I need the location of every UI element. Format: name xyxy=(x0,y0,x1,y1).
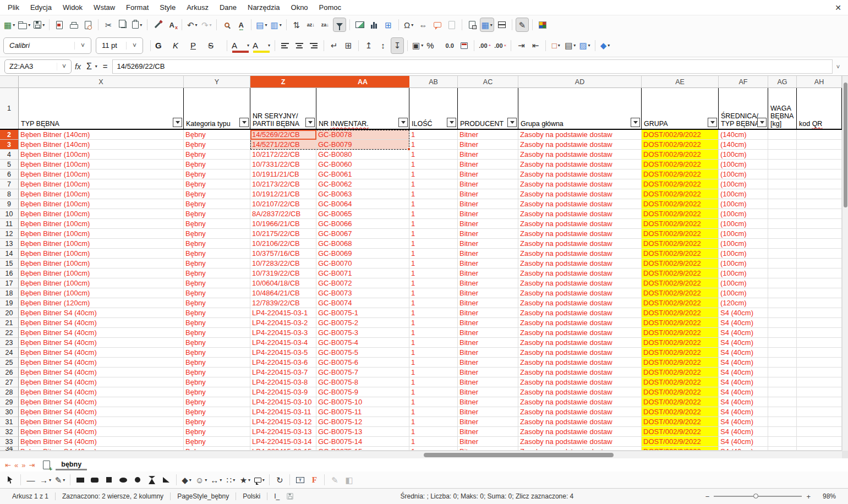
cell[interactable]: DOST/002/9/2022 xyxy=(642,150,719,160)
cell[interactable]: Zasoby na podstawie dostaw xyxy=(518,368,642,377)
cell[interactable]: 1 xyxy=(409,150,458,160)
cell[interactable]: Bęben Bitner (100cm) xyxy=(19,160,184,169)
cell[interactable] xyxy=(797,308,842,318)
cell[interactable]: Zasoby na podstawie dostaw xyxy=(518,278,642,288)
row-header-12[interactable]: 12 xyxy=(0,229,19,239)
cell[interactable] xyxy=(768,407,797,417)
cell[interactable]: LP4-220415-03-10 xyxy=(250,397,316,407)
cell[interactable]: (100cm) xyxy=(719,179,768,189)
cell[interactable]: Bęben Bitner (100cm) xyxy=(19,150,184,160)
cell[interactable]: (140cm) xyxy=(719,130,768,140)
triangle-button[interactable] xyxy=(145,473,158,486)
callouts-button[interactable]: ▾ xyxy=(253,473,266,486)
cell[interactable]: LP4-220415-03-2 xyxy=(250,318,316,328)
cell[interactable]: LP4-220415-03-1 xyxy=(250,308,316,318)
cell[interactable]: Bęben Bitner (140cm) xyxy=(19,140,184,150)
cell[interactable]: Bębny xyxy=(184,160,250,169)
cell[interactable]: Bębny xyxy=(184,169,250,179)
cell[interactable]: Bitner xyxy=(458,417,518,427)
rotate-button[interactable]: ↻ xyxy=(273,473,286,486)
export-pdf-button[interactable] xyxy=(53,18,66,32)
cell[interactable]: Zasoby na podstawie dostaw xyxy=(518,169,642,179)
cell[interactable]: Bitner xyxy=(458,130,518,140)
cell[interactable]: DOST/002/9/2022 xyxy=(642,358,719,368)
zoom-level[interactable]: 98% xyxy=(816,492,842,500)
cell[interactable]: (100cm) xyxy=(719,278,768,288)
column-header-Z[interactable]: Z xyxy=(250,76,316,87)
cell[interactable] xyxy=(797,189,842,199)
new-spreadsheet-button[interactable]: ▦▾ xyxy=(3,18,16,32)
cell[interactable]: S4 (40cm) xyxy=(719,417,768,427)
cell[interactable]: Zasoby na podstawie dostaw xyxy=(518,298,642,308)
cell[interactable]: Bitner xyxy=(458,427,518,437)
cell[interactable] xyxy=(797,437,842,447)
cell[interactable] xyxy=(768,318,797,328)
cell[interactable]: (100cm) xyxy=(719,269,768,278)
row-header-3[interactable]: 3 xyxy=(0,140,19,150)
theme-colors-button[interactable] xyxy=(536,18,549,32)
font-name-combo[interactable]: Calibri˅ xyxy=(3,37,91,54)
align-center-button[interactable] xyxy=(293,37,306,54)
column-header-AD[interactable]: AD xyxy=(518,76,642,87)
cell[interactable]: Zasoby na podstawie dostaw xyxy=(518,140,642,150)
cell[interactable]: Bęben Bitner S4 (40cm) xyxy=(19,308,184,318)
cell[interactable] xyxy=(797,348,842,358)
cell[interactable] xyxy=(797,328,842,338)
cell[interactable]: (100cm) xyxy=(719,249,768,259)
cell[interactable] xyxy=(768,397,797,407)
cell[interactable]: 1 xyxy=(409,417,458,427)
cell[interactable]: GC-B0074 xyxy=(316,298,409,308)
cell[interactable]: LP4-220415-03-15 xyxy=(250,447,316,451)
protect-sheet-button[interactable] xyxy=(466,18,479,32)
cell[interactable]: 1 xyxy=(409,269,458,278)
cell[interactable]: 1 xyxy=(409,140,458,150)
cell[interactable]: 1 xyxy=(409,358,458,368)
header-cell[interactable]: NR SERYJNY/ PARTII BĘBNA xyxy=(250,88,316,129)
wrap-text-button[interactable]: ↵ xyxy=(327,37,341,54)
cell[interactable]: Bęben Bitner (100cm) xyxy=(19,229,184,239)
cell[interactable]: Bębny xyxy=(184,368,250,377)
autofilter-dropdown-button[interactable] xyxy=(173,118,182,127)
align-bottom-button[interactable]: ↧ xyxy=(391,37,404,54)
cell[interactable]: Zasoby na podstawie dostaw xyxy=(518,338,642,348)
cell[interactable]: Bębny xyxy=(184,377,250,387)
cell[interactable]: 10/2173/22/CB xyxy=(250,179,316,189)
next-sheet-icon[interactable]: » xyxy=(21,461,25,469)
cell[interactable] xyxy=(797,130,842,140)
cell[interactable]: DOST/002/9/2022 xyxy=(642,368,719,377)
cell[interactable]: Bębny xyxy=(184,318,250,328)
row-header-18[interactable]: 18 xyxy=(0,288,19,298)
cell[interactable]: 10/1911/21/CB xyxy=(250,169,316,179)
curve-polygon-button[interactable]: ✎▾ xyxy=(53,473,67,486)
cell[interactable]: DOST/002/9/2022 xyxy=(642,239,719,249)
cell[interactable]: Zasoby na podstawie dostaw xyxy=(518,249,642,259)
formula-input[interactable]: 14/5269/22/CB xyxy=(112,59,833,74)
borders-button[interactable]: □▾ xyxy=(549,37,562,54)
cell[interactable]: Bębny xyxy=(184,150,250,160)
cell[interactable]: Zasoby na podstawie dostaw xyxy=(518,209,642,219)
cell[interactable]: DOST/002/9/2022 xyxy=(642,447,719,451)
open-button[interactable]: ▾ xyxy=(17,18,31,32)
header-cell[interactable]: TYP BĘBNA xyxy=(19,88,184,129)
cell[interactable]: 10/0604/18/CB xyxy=(250,278,316,288)
cell[interactable]: GC-B0069 xyxy=(316,249,409,259)
selection-status[interactable]: Zaznaczono: 2 wiersze, 2 kolumny xyxy=(56,492,170,500)
select-button[interactable] xyxy=(4,473,17,486)
cell[interactable]: 1 xyxy=(409,199,458,209)
align-top-button[interactable]: ↥ xyxy=(362,37,375,54)
cell[interactable]: DOST/002/9/2022 xyxy=(642,338,719,348)
cell[interactable]: Bitner xyxy=(458,269,518,278)
cell[interactable] xyxy=(797,298,842,308)
cell[interactable]: LP4-220415-03-14 xyxy=(250,437,316,447)
cell[interactable]: GC-B0078 xyxy=(316,130,409,140)
split-window-button[interactable] xyxy=(495,18,508,32)
menu-plik[interactable]: Plik xyxy=(2,1,25,14)
cell[interactable] xyxy=(797,368,842,377)
number-format-button[interactable]: 0.0 xyxy=(443,37,456,54)
cell[interactable]: DOST/002/9/2022 xyxy=(642,249,719,259)
cell[interactable]: GC-B0060 xyxy=(316,160,409,169)
cell[interactable] xyxy=(768,328,797,338)
cell[interactable] xyxy=(797,288,842,298)
cell[interactable] xyxy=(768,269,797,278)
row-header-1[interactable]: 1 xyxy=(0,88,19,129)
